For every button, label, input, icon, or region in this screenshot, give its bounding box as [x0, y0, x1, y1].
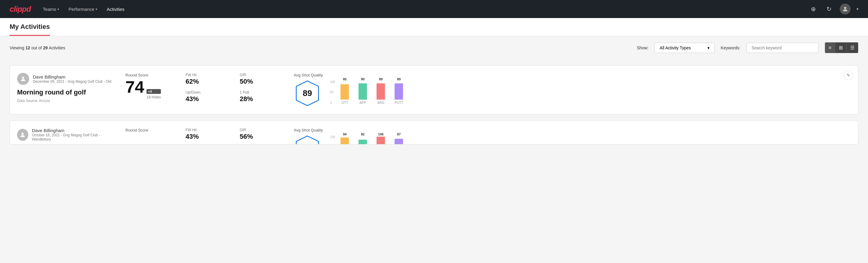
round-score-section: Round Score 74 +4 18 Holes [125, 73, 174, 99]
fw-hit-value: 62% [186, 78, 228, 85]
header-right: ⊕ ↻ ▾ [808, 4, 858, 14]
bar-group: 89ARG [373, 77, 389, 105]
fw-gir-section: FW Hit 62% Up/Down 43% [186, 73, 228, 103]
view-toggle: ≡ ⊞ ☰ [825, 42, 858, 53]
header: clippd Teams ▾ Performance ▾ Activities … [0, 0, 868, 18]
bar [377, 137, 385, 145]
grid-view-button[interactable]: ⊞ [835, 42, 847, 53]
gir-section: GIR 56% [240, 128, 282, 141]
user-date: October 16, 2021 - Gog Magog Golf Club -… [32, 133, 114, 141]
bar-chart-container: 100 50 0 94OTT82APP106ARG87PUTT [330, 130, 407, 145]
bar-value-label: 89 [379, 77, 382, 81]
bar-wrapper [395, 137, 403, 145]
bar-value-label: 87 [397, 133, 401, 136]
bar [340, 138, 349, 144]
user-avatar[interactable] [840, 4, 850, 14]
nav: Teams ▾ Performance ▾ Activities [43, 7, 125, 12]
gir-label: GIR [240, 128, 282, 132]
page-title: My Activities [10, 23, 50, 36]
shot-quality-section: Avg Shot Quality 89 100 50 0 [294, 73, 851, 107]
bar-chart-container: 100 50 0 85OTT90APP89ARG89PUTT [330, 76, 407, 105]
hex-score-container: 89 [294, 80, 321, 107]
shot-quality-section: Avg Shot Quality 100 50 0 94OTT82APP106A… [294, 128, 851, 144]
bar-group: 85OTT [337, 77, 352, 105]
avg-shot-quality-label: Avg Shot Quality [294, 128, 323, 133]
user-date: December 05, 2021 - Gog Magog Golf Club … [33, 80, 111, 84]
round-score-label: Round Score [125, 73, 174, 77]
header-left: clippd Teams ▾ Performance ▾ Activities [10, 4, 125, 14]
svg-point-1 [22, 77, 24, 79]
bar-wrapper [377, 137, 385, 145]
fw-hit-label: FW Hit [186, 128, 228, 132]
round-score-label: Round Score [125, 128, 174, 133]
svg-marker-4 [296, 136, 318, 144]
bar-group: 106ARG [373, 133, 389, 145]
bar-group: 94OTT [337, 133, 352, 145]
hexagon-icon [294, 135, 321, 144]
show-label: Show: [637, 46, 648, 50]
bar-group: 90APP [355, 77, 371, 105]
card-left: Dave Billingham October 16, 2021 - Gog M… [17, 128, 114, 144]
bar [395, 83, 403, 99]
one-putt-value: 28% [240, 95, 282, 103]
bar-wrapper [359, 137, 367, 145]
fw-hit-value: 43% [186, 133, 228, 141]
bar-value-label: 85 [343, 77, 346, 81]
y-axis: 100 50 0 [330, 80, 335, 105]
nav-performance[interactable]: Performance ▾ [69, 7, 97, 12]
round-score-section: Round Score [125, 128, 174, 134]
bar [359, 140, 367, 144]
page-header: My Activities [0, 18, 868, 36]
add-icon[interactable]: ⊕ [808, 4, 818, 14]
bar-group: 82APP [355, 133, 371, 145]
user-dropdown-arrow[interactable]: ▾ [857, 7, 858, 11]
user-info: Dave Billingham December 05, 2021 - Gog … [17, 73, 114, 85]
keywords-label: Keywords: [721, 46, 740, 50]
avg-shot-quality-label: Avg Shot Quality [294, 73, 323, 77]
fw-hit-label: FW Hit [186, 73, 228, 77]
hex-score-value: 89 [303, 88, 312, 98]
bar-chart: 85OTT90APP89ARG89PUTT [337, 80, 407, 105]
activities-list: ✎ Dave Billingham December 05, 2021 - Go… [0, 59, 868, 150]
updown-value: 43% [186, 95, 228, 103]
data-source: Data Source: Arccos [17, 99, 114, 103]
nav-activities[interactable]: Activities [107, 7, 125, 12]
gir-label: GIR [240, 73, 282, 77]
bar-label: APP [360, 101, 366, 105]
logo[interactable]: clippd [10, 4, 31, 14]
nav-teams[interactable]: Teams ▾ [43, 7, 59, 12]
bar-wrapper [340, 82, 349, 99]
bar-value-label: 94 [343, 133, 346, 136]
user-name: Dave Billingham [33, 74, 111, 80]
search-input[interactable] [746, 43, 819, 53]
hex-score-container [294, 135, 321, 144]
avatar [17, 129, 28, 141]
bar-wrapper [377, 82, 385, 99]
activity-type-dropdown[interactable]: All Activity Types ▾ [654, 43, 715, 53]
list-view-button[interactable]: ≡ [825, 42, 835, 53]
y-axis: 100 50 0 [330, 136, 335, 145]
one-putt-label: 1 Putt [240, 90, 282, 94]
bar-value-label: 89 [397, 77, 401, 81]
bar-value-label: 106 [378, 133, 383, 136]
gir-value: 50% [240, 78, 282, 85]
bar-group: 89PUTT [391, 77, 407, 105]
refresh-icon[interactable]: ↻ [824, 4, 834, 14]
compact-view-button[interactable]: ☰ [847, 42, 858, 53]
activity-title: Morning round of golf [17, 88, 114, 96]
toolbar: Viewing 12 out of 29 Activities Show: Al… [0, 36, 868, 59]
bar-value-label: 82 [361, 133, 365, 136]
score-value: 74 [125, 79, 144, 95]
user-name: Dave Billingham [32, 128, 114, 133]
activity-card: ✎ Dave Billingham December 05, 2021 - Go… [10, 65, 858, 114]
edit-button[interactable]: ✎ [844, 70, 853, 80]
bar-label: PUTT [395, 101, 403, 105]
viewing-text: Viewing 12 out of 29 Activities [10, 46, 631, 50]
bar-chart: 94OTT82APP106ARG87PUTT [337, 136, 407, 145]
updown-label: Up/Down [186, 90, 228, 94]
bar-label: ARG [377, 101, 384, 105]
card-left: Dave Billingham December 05, 2021 - Gog … [17, 73, 114, 103]
bar [359, 83, 367, 99]
svg-point-0 [844, 7, 846, 9]
performance-chevron-icon: ▾ [96, 7, 97, 11]
